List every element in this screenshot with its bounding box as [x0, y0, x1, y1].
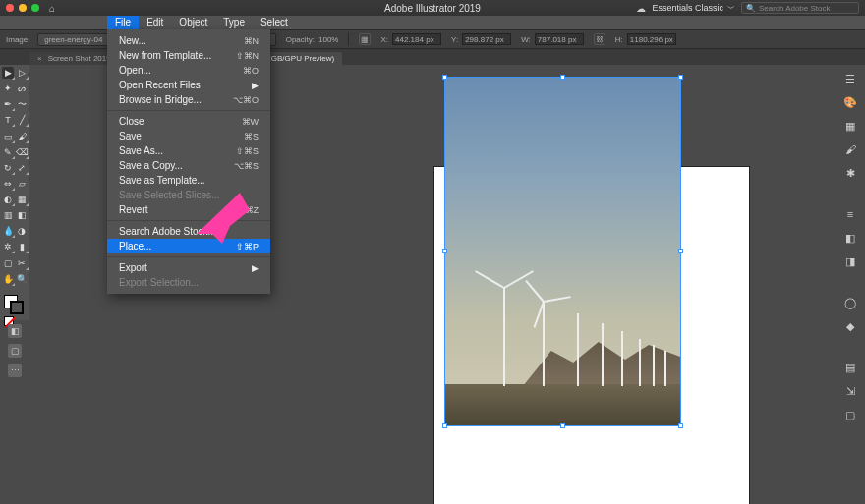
gradient-panel-icon[interactable]: ◧	[842, 230, 858, 246]
menu-edit[interactable]: Edit	[139, 16, 171, 29]
svg-marker-0	[197, 193, 250, 244]
selection-handle[interactable]	[442, 75, 447, 80]
menu-item-save-as-template[interactable]: Save as Template...	[107, 173, 270, 188]
rectangle-tool-icon[interactable]: ▭	[2, 131, 14, 142]
menu-type[interactable]: Type	[215, 16, 253, 29]
properties-panel-icon[interactable]: ☰	[842, 71, 858, 86]
swatches-panel-icon[interactable]: ▦	[842, 118, 858, 134]
selection-tool-icon[interactable]: ▶	[2, 67, 14, 79]
graphic-styles-panel-icon[interactable]: ◆	[842, 318, 858, 334]
eyedropper-tool-icon[interactable]: 💧	[2, 225, 14, 237]
sync-icon[interactable]: ☁	[636, 3, 646, 14]
fill-stroke-swatches[interactable]	[2, 293, 28, 316]
menu-bar: File Edit Object Type Select	[0, 16, 865, 29]
linked-file-button[interactable]: green-energy-04	[37, 33, 109, 46]
selection-handle[interactable]	[678, 423, 683, 428]
direct-selection-tool-icon[interactable]: ▷	[16, 67, 28, 79]
appearance-panel-icon[interactable]: ◯	[842, 295, 858, 310]
width-tool-icon[interactable]: ⇔	[2, 178, 14, 190]
selection-handle[interactable]	[442, 249, 447, 253]
menu-divider	[107, 110, 270, 111]
title-bar: ⌂ Adobe Illustrator 2019 ☁ Essentials Cl…	[0, 0, 865, 16]
mesh-tool-icon[interactable]: ▥	[2, 209, 14, 221]
stroke-swatch-icon[interactable]	[10, 301, 24, 314]
home-icon[interactable]: ⌂	[49, 3, 55, 14]
menu-item-save[interactable]: Save⌘S	[107, 129, 270, 143]
type-tool-icon[interactable]: T	[2, 114, 14, 126]
selection-handle[interactable]	[560, 423, 565, 428]
menu-item-browse-in-bridge[interactable]: Browse in Bridge...⌥⌘O	[107, 92, 270, 107]
submenu-arrow-icon: ▶	[252, 81, 259, 90]
artboard-tool-icon[interactable]: ▢	[2, 257, 14, 269]
paintbrush-tool-icon[interactable]: 🖌	[16, 131, 28, 142]
artboards-panel-icon[interactable]: ▢	[842, 407, 858, 422]
menu-item-new[interactable]: New...⌘N	[107, 33, 270, 48]
selection-handle[interactable]	[442, 423, 447, 428]
curvature-tool-icon[interactable]: 〜	[16, 98, 28, 110]
column-graph-tool-icon[interactable]: ▮	[16, 241, 28, 252]
placed-image[interactable]	[445, 78, 680, 425]
pen-tool-icon[interactable]: ✒	[2, 98, 14, 110]
color-panel-icon[interactable]: 🎨	[842, 94, 858, 110]
close-window-icon[interactable]	[6, 4, 14, 12]
reference-point-icon[interactable]: ▦	[359, 33, 371, 45]
asset-export-panel-icon[interactable]: ⇲	[842, 383, 858, 399]
gradient-tool-icon[interactable]: ◧	[16, 209, 28, 221]
layers-panel-icon[interactable]: ▤	[842, 360, 858, 375]
menu-item-close[interactable]: Close⌘W	[107, 114, 270, 129]
screen-mode-icon[interactable]: ▢	[8, 344, 22, 358]
h-field[interactable]	[627, 33, 676, 45]
scale-tool-icon[interactable]: ⤢	[16, 162, 28, 174]
search-placeholder: Search Adobe Stock	[759, 4, 831, 13]
edit-toolbar-icon[interactable]: ⋯	[8, 364, 22, 377]
stroke-panel-icon[interactable]: ≡	[842, 206, 858, 222]
perspective-grid-tool-icon[interactable]: ▦	[16, 194, 28, 205]
line-tool-icon[interactable]: ╱	[16, 114, 28, 126]
y-label: Y:	[451, 35, 458, 44]
zoom-tool-icon[interactable]: 🔍	[16, 273, 28, 285]
draw-mode-icon[interactable]: ◧	[8, 324, 22, 338]
menu-item-open-recent[interactable]: Open Recent Files▶	[107, 78, 270, 92]
free-transform-tool-icon[interactable]: ▱	[16, 178, 28, 190]
zoom-window-icon[interactable]	[31, 4, 39, 12]
constrain-proportions-icon[interactable]: ⛓	[594, 33, 606, 45]
mac-window-controls[interactable]	[6, 4, 39, 12]
selection-handle[interactable]	[678, 249, 683, 253]
blend-tool-icon[interactable]: ◑	[16, 225, 28, 237]
symbols-panel-icon[interactable]: ✱	[842, 165, 858, 181]
workspace-switcher[interactable]: Essentials Classic ﹀	[652, 3, 735, 14]
menu-item-open[interactable]: Open...⌘O	[107, 63, 270, 78]
image-turbines	[445, 269, 680, 386]
file-menu-dropdown: New...⌘N New from Template...⇧⌘N Open...…	[107, 29, 270, 294]
minimize-window-icon[interactable]	[19, 4, 27, 12]
close-tab-icon[interactable]: ×	[37, 54, 42, 63]
toolbox-footer: ◧ ▢ ⋯	[0, 324, 29, 377]
shaper-tool-icon[interactable]: ✎	[2, 146, 14, 158]
selection-handle[interactable]	[678, 75, 683, 80]
rotate-tool-icon[interactable]: ↻	[2, 162, 14, 174]
slice-tool-icon[interactable]: ✂	[16, 257, 28, 269]
menu-object[interactable]: Object	[171, 16, 215, 29]
symbol-sprayer-tool-icon[interactable]: ✲	[2, 241, 14, 252]
magic-wand-tool-icon[interactable]: ✦	[2, 83, 14, 94]
menu-item-save-a-copy[interactable]: Save a Copy...⌥⌘S	[107, 158, 270, 173]
opacity-value[interactable]: 100%	[318, 35, 338, 44]
w-field[interactable]	[535, 33, 584, 45]
hand-tool-icon[interactable]: ✋	[2, 273, 14, 285]
eraser-tool-icon[interactable]: ⌫	[16, 146, 28, 158]
menu-item-export[interactable]: Export▶	[107, 260, 270, 275]
menu-file[interactable]: File	[107, 16, 139, 29]
workspace-label: Essentials Classic	[652, 3, 723, 13]
right-panel-strip: ☰ 🎨 ▦ 🖌 ✱ ≡ ◧ ◨ ◯ ◆ ▤ ⇲ ▢	[836, 65, 865, 504]
selection-handle[interactable]	[560, 75, 565, 80]
brushes-panel-icon[interactable]: 🖌	[842, 141, 858, 157]
y-field[interactable]	[462, 33, 511, 45]
shape-builder-tool-icon[interactable]: ◐	[2, 194, 14, 205]
lasso-tool-icon[interactable]: ᔕ	[16, 83, 28, 94]
transparency-panel-icon[interactable]: ◨	[842, 253, 858, 269]
menu-item-new-from-template[interactable]: New from Template...⇧⌘N	[107, 48, 270, 63]
menu-select[interactable]: Select	[253, 16, 296, 29]
x-field[interactable]	[392, 33, 441, 45]
adobe-stock-search[interactable]: 🔍 Search Adobe Stock	[741, 2, 859, 14]
menu-item-save-as[interactable]: Save As...⇧⌘S	[107, 143, 270, 158]
